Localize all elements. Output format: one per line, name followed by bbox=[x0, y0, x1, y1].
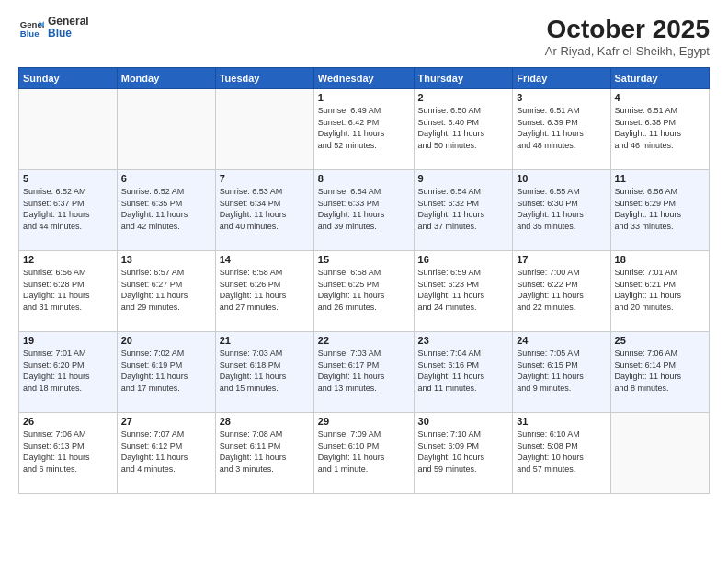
calendar-cell: 28Sunrise: 7:08 AM Sunset: 6:11 PM Dayli… bbox=[215, 413, 313, 494]
calendar-cell: 20Sunrise: 7:02 AM Sunset: 6:19 PM Dayli… bbox=[117, 332, 215, 413]
logo-icon: General Blue bbox=[18, 15, 44, 40]
calendar-cell: 4Sunrise: 6:51 AM Sunset: 6:38 PM Daylig… bbox=[610, 89, 709, 170]
calendar-cell: 9Sunrise: 6:54 AM Sunset: 6:32 PM Daylig… bbox=[414, 170, 513, 251]
day-number: 29 bbox=[318, 416, 410, 427]
day-info: Sunrise: 7:08 AM Sunset: 6:11 PM Dayligh… bbox=[220, 429, 310, 475]
calendar-cell: 23Sunrise: 7:04 AM Sunset: 6:16 PM Dayli… bbox=[414, 332, 513, 413]
day-number: 22 bbox=[318, 335, 410, 346]
day-info: Sunrise: 7:05 AM Sunset: 6:15 PM Dayligh… bbox=[517, 348, 606, 394]
logo: General Blue General Blue bbox=[18, 15, 89, 40]
day-number: 20 bbox=[121, 335, 211, 346]
calendar-cell: 24Sunrise: 7:05 AM Sunset: 6:15 PM Dayli… bbox=[513, 332, 610, 413]
weekday-header-monday: Monday bbox=[117, 68, 215, 89]
weekday-header-wednesday: Wednesday bbox=[313, 68, 414, 89]
day-number: 26 bbox=[23, 416, 113, 427]
weekday-header-thursday: Thursday bbox=[414, 68, 513, 89]
calendar-cell: 1Sunrise: 6:49 AM Sunset: 6:42 PM Daylig… bbox=[313, 89, 414, 170]
day-info: Sunrise: 6:50 AM Sunset: 6:40 PM Dayligh… bbox=[418, 105, 509, 151]
calendar-cell bbox=[19, 89, 118, 170]
calendar-cell: 27Sunrise: 7:07 AM Sunset: 6:12 PM Dayli… bbox=[117, 413, 215, 494]
weekday-header-friday: Friday bbox=[513, 68, 610, 89]
calendar-cell bbox=[610, 413, 709, 494]
calendar-header-row: SundayMondayTuesdayWednesdayThursdayFrid… bbox=[19, 68, 710, 89]
day-info: Sunrise: 7:01 AM Sunset: 6:20 PM Dayligh… bbox=[23, 348, 113, 394]
day-info: Sunrise: 7:07 AM Sunset: 6:12 PM Dayligh… bbox=[121, 429, 211, 475]
day-info: Sunrise: 6:56 AM Sunset: 6:28 PM Dayligh… bbox=[23, 267, 113, 313]
day-info: Sunrise: 7:01 AM Sunset: 6:21 PM Dayligh… bbox=[615, 267, 705, 313]
day-info: Sunrise: 6:52 AM Sunset: 6:35 PM Dayligh… bbox=[121, 186, 211, 232]
day-number: 17 bbox=[517, 254, 606, 265]
day-info: Sunrise: 6:53 AM Sunset: 6:34 PM Dayligh… bbox=[220, 186, 310, 232]
calendar-week-5: 26Sunrise: 7:06 AM Sunset: 6:13 PM Dayli… bbox=[19, 413, 710, 494]
day-number: 21 bbox=[220, 335, 310, 346]
day-info: Sunrise: 7:04 AM Sunset: 6:16 PM Dayligh… bbox=[418, 348, 509, 394]
calendar-cell: 2Sunrise: 6:50 AM Sunset: 6:40 PM Daylig… bbox=[414, 89, 513, 170]
title-block: October 2025 Ar Riyad, Kafr el-Sheikh, E… bbox=[545, 15, 710, 58]
day-info: Sunrise: 6:59 AM Sunset: 6:23 PM Dayligh… bbox=[418, 267, 509, 313]
weekday-header-sunday: Sunday bbox=[19, 68, 118, 89]
day-number: 14 bbox=[220, 254, 310, 265]
calendar-cell: 21Sunrise: 7:03 AM Sunset: 6:18 PM Dayli… bbox=[215, 332, 313, 413]
calendar-cell: 14Sunrise: 6:58 AM Sunset: 6:26 PM Dayli… bbox=[215, 251, 313, 332]
day-info: Sunrise: 6:57 AM Sunset: 6:27 PM Dayligh… bbox=[121, 267, 211, 313]
calendar-cell: 22Sunrise: 7:03 AM Sunset: 6:17 PM Dayli… bbox=[313, 332, 414, 413]
day-number: 4 bbox=[615, 92, 705, 103]
day-info: Sunrise: 6:51 AM Sunset: 6:38 PM Dayligh… bbox=[615, 105, 705, 151]
day-number: 19 bbox=[23, 335, 113, 346]
day-info: Sunrise: 6:55 AM Sunset: 6:30 PM Dayligh… bbox=[517, 186, 606, 232]
day-info: Sunrise: 6:58 AM Sunset: 6:25 PM Dayligh… bbox=[318, 267, 410, 313]
location: Ar Riyad, Kafr el-Sheikh, Egypt bbox=[545, 44, 710, 58]
calendar-cell: 15Sunrise: 6:58 AM Sunset: 6:25 PM Dayli… bbox=[313, 251, 414, 332]
day-number: 23 bbox=[418, 335, 509, 346]
day-info: Sunrise: 7:10 AM Sunset: 6:09 PM Dayligh… bbox=[418, 429, 509, 475]
day-number: 15 bbox=[318, 254, 410, 265]
day-number: 1 bbox=[318, 92, 410, 103]
calendar-cell: 7Sunrise: 6:53 AM Sunset: 6:34 PM Daylig… bbox=[215, 170, 313, 251]
svg-text:Blue: Blue bbox=[20, 29, 40, 39]
day-info: Sunrise: 6:54 AM Sunset: 6:33 PM Dayligh… bbox=[318, 186, 410, 232]
day-number: 9 bbox=[418, 173, 509, 184]
day-info: Sunrise: 7:00 AM Sunset: 6:22 PM Dayligh… bbox=[517, 267, 606, 313]
day-number: 31 bbox=[517, 416, 606, 427]
day-number: 30 bbox=[418, 416, 509, 427]
day-number: 5 bbox=[23, 173, 113, 184]
calendar-cell: 12Sunrise: 6:56 AM Sunset: 6:28 PM Dayli… bbox=[19, 251, 118, 332]
calendar-week-4: 19Sunrise: 7:01 AM Sunset: 6:20 PM Dayli… bbox=[19, 332, 710, 413]
day-info: Sunrise: 6:58 AM Sunset: 6:26 PM Dayligh… bbox=[220, 267, 310, 313]
day-number: 12 bbox=[23, 254, 113, 265]
calendar-cell: 17Sunrise: 7:00 AM Sunset: 6:22 PM Dayli… bbox=[513, 251, 610, 332]
day-number: 3 bbox=[517, 92, 606, 103]
calendar-cell: 29Sunrise: 7:09 AM Sunset: 6:10 PM Dayli… bbox=[313, 413, 414, 494]
calendar-cell: 5Sunrise: 6:52 AM Sunset: 6:37 PM Daylig… bbox=[19, 170, 118, 251]
calendar-cell: 18Sunrise: 7:01 AM Sunset: 6:21 PM Dayli… bbox=[610, 251, 709, 332]
day-info: Sunrise: 6:49 AM Sunset: 6:42 PM Dayligh… bbox=[318, 105, 410, 151]
weekday-header-saturday: Saturday bbox=[610, 68, 709, 89]
calendar-cell: 25Sunrise: 7:06 AM Sunset: 6:14 PM Dayli… bbox=[610, 332, 709, 413]
calendar-cell: 16Sunrise: 6:59 AM Sunset: 6:23 PM Dayli… bbox=[414, 251, 513, 332]
day-number: 18 bbox=[615, 254, 705, 265]
calendar-table: SundayMondayTuesdayWednesdayThursdayFrid… bbox=[18, 67, 710, 494]
day-info: Sunrise: 7:06 AM Sunset: 6:14 PM Dayligh… bbox=[615, 348, 705, 394]
day-number: 11 bbox=[615, 173, 705, 184]
calendar-cell: 26Sunrise: 7:06 AM Sunset: 6:13 PM Dayli… bbox=[19, 413, 118, 494]
day-number: 10 bbox=[517, 173, 606, 184]
day-info: Sunrise: 6:54 AM Sunset: 6:32 PM Dayligh… bbox=[418, 186, 509, 232]
calendar-page: General Blue General Blue October 2025 A… bbox=[0, 0, 728, 563]
day-number: 2 bbox=[418, 92, 509, 103]
month-title: October 2025 bbox=[545, 15, 710, 44]
day-number: 13 bbox=[121, 254, 211, 265]
day-info: Sunrise: 7:06 AM Sunset: 6:13 PM Dayligh… bbox=[23, 429, 113, 475]
day-info: Sunrise: 6:56 AM Sunset: 6:29 PM Dayligh… bbox=[615, 186, 705, 232]
calendar-week-3: 12Sunrise: 6:56 AM Sunset: 6:28 PM Dayli… bbox=[19, 251, 710, 332]
calendar-cell: 10Sunrise: 6:55 AM Sunset: 6:30 PM Dayli… bbox=[513, 170, 610, 251]
calendar-cell: 13Sunrise: 6:57 AM Sunset: 6:27 PM Dayli… bbox=[117, 251, 215, 332]
day-number: 6 bbox=[121, 173, 211, 184]
day-info: Sunrise: 7:02 AM Sunset: 6:19 PM Dayligh… bbox=[121, 348, 211, 394]
day-number: 24 bbox=[517, 335, 606, 346]
calendar-cell: 6Sunrise: 6:52 AM Sunset: 6:35 PM Daylig… bbox=[117, 170, 215, 251]
calendar-cell: 8Sunrise: 6:54 AM Sunset: 6:33 PM Daylig… bbox=[313, 170, 414, 251]
calendar-week-2: 5Sunrise: 6:52 AM Sunset: 6:37 PM Daylig… bbox=[19, 170, 710, 251]
day-number: 8 bbox=[318, 173, 410, 184]
day-info: Sunrise: 6:52 AM Sunset: 6:37 PM Dayligh… bbox=[23, 186, 113, 232]
header: General Blue General Blue October 2025 A… bbox=[18, 15, 710, 58]
